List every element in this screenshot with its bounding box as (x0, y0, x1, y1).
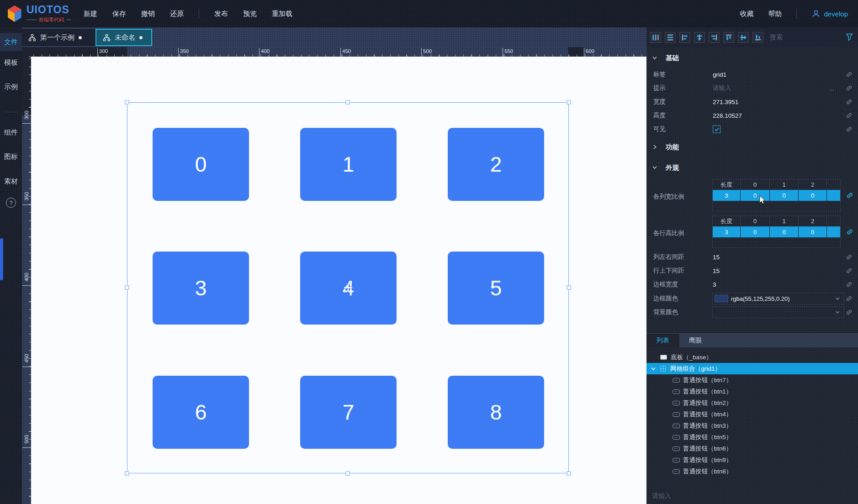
align-left-icon[interactable] (679, 32, 690, 43)
tree-node-btn5[interactable]: 普通按钮（btn5） (646, 431, 858, 443)
page-tab-first-example[interactable]: 第一个示例 (22, 29, 95, 46)
col-ratio-cell-1[interactable]: 0 (770, 190, 799, 201)
sidebar-item-examples[interactable]: 示例 (0, 78, 22, 96)
page-tab-unnamed[interactable]: 未命名 (95, 29, 152, 46)
bg-color-dropdown[interactable] (712, 306, 844, 318)
selection-handle-nw[interactable] (125, 100, 129, 105)
canvas-button-3[interactable]: 3 (153, 252, 249, 325)
row-ratio-cell-0[interactable]: 0 (741, 226, 770, 237)
tree-node-btn9[interactable]: 普通按钮（btn9） (646, 454, 858, 466)
user-menu[interactable]: develop (811, 9, 848, 18)
canvas-button-5[interactable]: 5 (448, 252, 544, 325)
link-icon[interactable] (846, 99, 853, 105)
link-icon[interactable] (846, 112, 853, 119)
menu-redo[interactable]: 还原 (170, 10, 184, 18)
sidebar-scrollbar[interactable] (0, 238, 3, 280)
sidebar-item-materials[interactable]: 素材 (0, 172, 22, 190)
row-ratio-cell-extra[interactable] (827, 226, 840, 237)
canvas-button-8[interactable]: 8 (448, 376, 544, 449)
col-gap-value[interactable]: 15 (713, 254, 720, 261)
align-bottom-icon[interactable] (752, 32, 763, 43)
menu-reload[interactable]: 重加载 (272, 10, 292, 18)
link-icon[interactable] (846, 71, 853, 78)
align-top-icon[interactable] (723, 32, 734, 43)
border-color-dropdown[interactable]: rgba(55,125,255,0.20) (712, 293, 844, 304)
sidebar-item-components[interactable]: 组件 (0, 123, 22, 142)
tree-node-btn1[interactable]: 普通按钮（btn1） (646, 386, 858, 397)
chevron-down-icon[interactable] (651, 366, 656, 372)
canvas-button-7[interactable]: 7 (300, 376, 397, 449)
tree-node-btn2[interactable]: 普通按钮（btn2） (646, 397, 858, 409)
design-canvas[interactable]: 0 1 2 3 4 5 6 7 8 (31, 57, 646, 504)
link-icon[interactable] (846, 254, 853, 261)
selection-handle-se[interactable] (567, 472, 571, 476)
link-icon-active[interactable] (846, 192, 853, 199)
width-value[interactable]: 271.3951 (713, 99, 738, 105)
sidebar-item-icons[interactable]: 图标 (0, 147, 22, 166)
selection-handle-sw[interactable] (125, 472, 129, 476)
tree-node-base[interactable]: 底板（_base） (646, 352, 858, 363)
border-width-value[interactable]: 3 (713, 281, 716, 288)
tree-node-btn7[interactable]: 普通按钮（btn7） (646, 374, 858, 386)
canvas-button-2[interactable]: 2 (448, 128, 544, 201)
distribute-vertical-icon[interactable] (665, 32, 676, 43)
selection-handle-s[interactable] (346, 472, 350, 476)
row-gap-value[interactable]: 15 (713, 268, 720, 274)
col-ratio-cell-0[interactable]: 0 (741, 190, 770, 201)
selection-handle-e[interactable] (567, 286, 571, 290)
col-ratio-cell-extra[interactable] (827, 190, 840, 201)
canvas-button-6[interactable]: 6 (153, 376, 249, 449)
link-icon[interactable] (846, 295, 853, 302)
row-ratio-cell-2[interactable]: 0 (799, 226, 827, 237)
align-right-icon[interactable] (709, 32, 720, 43)
canvas-button-4[interactable]: 4 (300, 252, 397, 325)
col-ratio-length-cell[interactable]: 3 (713, 190, 741, 201)
menu-publish[interactable]: 发布 (214, 10, 228, 18)
tab-eagle-eye[interactable]: 鹰眼 (679, 334, 711, 347)
row-ratio-length-cell[interactable]: 3 (713, 226, 741, 237)
canvas-button-1[interactable]: 1 (300, 128, 397, 201)
link-icon[interactable] (846, 281, 853, 288)
tree-node-btn4[interactable]: 普通按钮（btn4） (646, 409, 858, 420)
tree-node-grid-group[interactable]: 网格组合（grid1） (646, 363, 858, 374)
label-value[interactable]: grid1 (713, 71, 726, 78)
link-icon[interactable] (846, 85, 853, 92)
align-center-horizontal-icon[interactable] (694, 32, 705, 43)
align-middle-vertical-icon[interactable] (738, 32, 749, 43)
visible-checkbox[interactable] (713, 126, 720, 133)
selection-handle-n[interactable] (346, 100, 350, 105)
menu-preview[interactable]: 预览 (243, 10, 257, 18)
col-ratio-cell-2[interactable]: 0 (799, 190, 827, 201)
link-icon[interactable] (846, 126, 853, 133)
tree-filter-input[interactable] (651, 489, 788, 502)
section-appearance[interactable]: 外观 (646, 163, 858, 173)
canvas-button-0[interactable]: 0 (153, 128, 249, 201)
menu-undo[interactable]: 撤销 (141, 10, 155, 18)
favorites-button[interactable]: 收藏 (740, 10, 753, 18)
link-icon[interactable] (846, 309, 853, 316)
section-basic[interactable]: 基础 (646, 53, 858, 63)
tree-node-btn6[interactable]: 普通按钮（btn6） (646, 443, 858, 454)
menu-new[interactable]: 新建 (84, 10, 97, 18)
link-icon[interactable] (846, 268, 853, 274)
sidebar-item-files[interactable]: 文件 (0, 33, 22, 51)
row-ratio-cell-1[interactable]: 0 (770, 226, 799, 237)
tree-node-btn3[interactable]: 普通按钮（btn3） (646, 420, 858, 431)
height-value[interactable]: 228.10527 (713, 112, 742, 119)
tip-placeholder[interactable]: 请输入 (713, 84, 731, 92)
link-icon-active[interactable] (846, 228, 853, 236)
filter-icon[interactable] (845, 33, 853, 43)
help-button[interactable]: 帮助 (768, 10, 782, 18)
app-logo[interactable]: UIOTOS 前端零代码 (6, 5, 71, 23)
section-function[interactable]: 功能 (646, 142, 858, 152)
distribute-horizontal-icon[interactable] (650, 32, 661, 43)
selection-handle-ne[interactable] (567, 100, 571, 105)
sidebar-item-templates[interactable]: 模板 (0, 53, 22, 72)
menu-save[interactable]: 保存 (112, 10, 126, 18)
tree-node-btn8[interactable]: 普通按钮（btn8） (646, 466, 858, 477)
tab-layer-list[interactable]: 列表 (646, 334, 679, 347)
component-search-input[interactable] (769, 31, 837, 43)
sidebar-help-button[interactable]: ? (0, 194, 22, 212)
more-button[interactable]: ... (829, 85, 834, 92)
selection-handle-w[interactable] (125, 286, 129, 290)
